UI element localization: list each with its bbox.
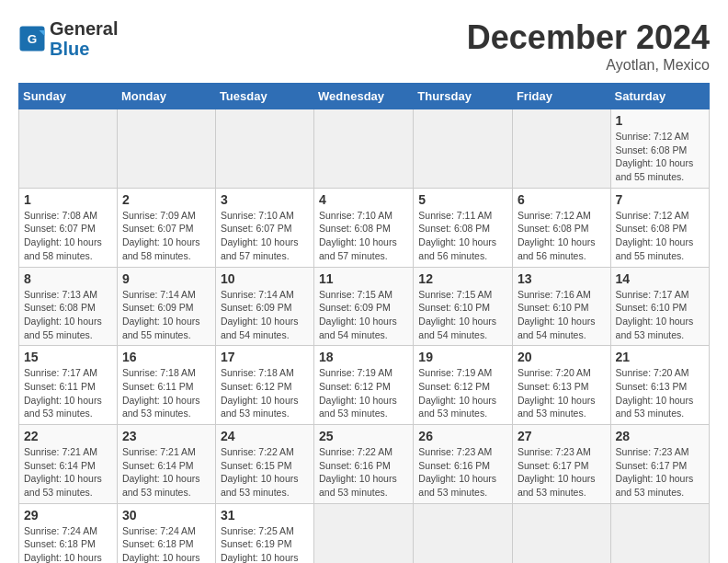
calendar-cell: 24Sunrise: 7:22 AMSunset: 6:15 PMDayligh… xyxy=(215,425,313,504)
cell-info: Sunrise: 7:23 AMSunset: 6:17 PMDaylight:… xyxy=(518,445,606,500)
cell-info: Sunrise: 7:10 AMSunset: 6:07 PMDaylight:… xyxy=(221,209,309,263)
weekday-header-saturday: Saturday xyxy=(610,84,709,109)
cell-info: Sunrise: 7:09 AMSunset: 6:07 PMDaylight:… xyxy=(122,209,210,263)
calendar-week-3: 8Sunrise: 7:13 AMSunset: 6:08 PMDaylight… xyxy=(19,267,710,346)
calendar-cell: 14Sunrise: 7:17 AMSunset: 6:10 PMDayligh… xyxy=(610,267,709,346)
calendar-cell: 1Sunrise: 7:12 AMSunset: 6:08 PMDaylight… xyxy=(610,109,709,189)
calendar-cell: 29Sunrise: 7:24 AMSunset: 6:18 PMDayligh… xyxy=(19,503,118,563)
calendar-cell: 17Sunrise: 7:18 AMSunset: 6:12 PMDayligh… xyxy=(215,346,313,425)
calendar-week-5: 22Sunrise: 7:21 AMSunset: 6:14 PMDayligh… xyxy=(19,425,710,504)
cell-info: Sunrise: 7:19 AMSunset: 6:12 PMDaylight:… xyxy=(418,366,507,420)
calendar-cell: 25Sunrise: 7:22 AMSunset: 6:16 PMDayligh… xyxy=(314,425,414,504)
cell-day-number: 10 xyxy=(221,271,309,286)
cell-day-number: 28 xyxy=(616,429,704,443)
calendar-cell xyxy=(414,503,513,563)
calendar-cell: 9Sunrise: 7:14 AMSunset: 6:09 PMDaylight… xyxy=(117,267,215,346)
calendar-header: SundayMondayTuesdayWednesdayThursdayFrid… xyxy=(19,84,710,109)
calendar-cell: 13Sunrise: 7:16 AMSunset: 6:10 PMDayligh… xyxy=(512,267,610,346)
cell-info: Sunrise: 7:10 AMSunset: 6:08 PMDaylight:… xyxy=(319,209,408,263)
cell-info: Sunrise: 7:18 AMSunset: 6:12 PMDaylight:… xyxy=(221,366,309,420)
calendar-cell xyxy=(19,109,118,189)
calendar-cell xyxy=(314,109,414,189)
cell-info: Sunrise: 7:15 AMSunset: 6:10 PMDaylight:… xyxy=(418,288,507,342)
calendar-cell: 22Sunrise: 7:21 AMSunset: 6:14 PMDayligh… xyxy=(19,425,118,504)
cell-day-number: 16 xyxy=(122,350,210,364)
logo: G General Blue xyxy=(18,18,118,59)
calendar-cell xyxy=(610,503,709,563)
calendar-week-1: 1Sunrise: 7:12 AMSunset: 6:08 PMDaylight… xyxy=(19,109,710,189)
cell-info: Sunrise: 7:14 AMSunset: 6:09 PMDaylight:… xyxy=(221,288,309,342)
calendar-cell: 20Sunrise: 7:20 AMSunset: 6:13 PMDayligh… xyxy=(512,346,610,425)
cell-info: Sunrise: 7:08 AMSunset: 6:07 PMDaylight:… xyxy=(24,209,112,263)
cell-info: Sunrise: 7:20 AMSunset: 6:13 PMDaylight:… xyxy=(518,366,606,420)
cell-day-number: 29 xyxy=(24,508,112,523)
weekday-header-sunday: Sunday xyxy=(19,84,118,109)
cell-info: Sunrise: 7:23 AMSunset: 6:16 PMDaylight:… xyxy=(418,445,507,500)
svg-text:G: G xyxy=(28,32,38,46)
cell-day-number: 15 xyxy=(24,350,112,364)
calendar-cell xyxy=(117,109,215,189)
weekday-header-friday: Friday xyxy=(512,84,610,109)
cell-day-number: 24 xyxy=(221,429,309,443)
cell-info: Sunrise: 7:17 AMSunset: 6:10 PMDaylight:… xyxy=(616,288,704,342)
cell-info: Sunrise: 7:23 AMSunset: 6:17 PMDaylight:… xyxy=(616,445,704,500)
calendar-subtitle: Ayotlan, Mexico xyxy=(467,57,710,74)
cell-day-number: 20 xyxy=(518,350,606,364)
cell-info: Sunrise: 7:21 AMSunset: 6:14 PMDaylight:… xyxy=(122,445,210,500)
logo-icon: G xyxy=(18,25,46,52)
calendar-body: 1Sunrise: 7:12 AMSunset: 6:08 PMDaylight… xyxy=(19,109,710,564)
cell-info: Sunrise: 7:22 AMSunset: 6:15 PMDaylight:… xyxy=(221,445,309,500)
cell-day-number: 31 xyxy=(221,508,309,523)
page-header: G General Blue December 2024 Ayotlan, Me… xyxy=(18,18,710,74)
calendar-cell: 11Sunrise: 7:15 AMSunset: 6:09 PMDayligh… xyxy=(314,267,414,346)
calendar-cell: 5Sunrise: 7:11 AMSunset: 6:08 PMDaylight… xyxy=(414,188,513,267)
calendar-cell: 30Sunrise: 7:24 AMSunset: 6:18 PMDayligh… xyxy=(117,503,215,563)
calendar-cell: 12Sunrise: 7:15 AMSunset: 6:10 PMDayligh… xyxy=(414,267,513,346)
weekday-header-thursday: Thursday xyxy=(414,84,513,109)
cell-info: Sunrise: 7:21 AMSunset: 6:14 PMDaylight:… xyxy=(24,445,112,500)
calendar-cell: 27Sunrise: 7:23 AMSunset: 6:17 PMDayligh… xyxy=(512,425,610,504)
calendar-cell: 1Sunrise: 7:08 AMSunset: 6:07 PMDaylight… xyxy=(19,188,118,267)
calendar-cell xyxy=(215,109,313,189)
calendar-week-4: 15Sunrise: 7:17 AMSunset: 6:11 PMDayligh… xyxy=(19,346,710,425)
calendar-week-2: 1Sunrise: 7:08 AMSunset: 6:07 PMDaylight… xyxy=(19,188,710,267)
calendar-cell xyxy=(512,109,610,189)
cell-day-number: 23 xyxy=(122,429,210,443)
cell-day-number: 12 xyxy=(418,271,507,286)
cell-info: Sunrise: 7:12 AMSunset: 6:08 PMDaylight:… xyxy=(518,209,606,263)
calendar-cell: 7Sunrise: 7:12 AMSunset: 6:08 PMDaylight… xyxy=(610,188,709,267)
calendar-cell: 8Sunrise: 7:13 AMSunset: 6:08 PMDaylight… xyxy=(19,267,118,346)
weekday-header-row: SundayMondayTuesdayWednesdayThursdayFrid… xyxy=(19,84,710,109)
cell-day-number: 30 xyxy=(122,508,210,523)
cell-info: Sunrise: 7:24 AMSunset: 6:18 PMDaylight:… xyxy=(24,524,112,563)
calendar-cell xyxy=(314,503,414,563)
calendar-cell: 28Sunrise: 7:23 AMSunset: 6:17 PMDayligh… xyxy=(610,425,709,504)
cell-day-number: 14 xyxy=(616,271,704,286)
weekday-header-tuesday: Tuesday xyxy=(215,84,313,109)
calendar-table: SundayMondayTuesdayWednesdayThursdayFrid… xyxy=(18,83,710,563)
cell-day-number: 17 xyxy=(221,350,309,364)
calendar-cell: 4Sunrise: 7:10 AMSunset: 6:08 PMDaylight… xyxy=(314,188,414,267)
calendar-cell: 19Sunrise: 7:19 AMSunset: 6:12 PMDayligh… xyxy=(414,346,513,425)
calendar-week-6: 29Sunrise: 7:24 AMSunset: 6:18 PMDayligh… xyxy=(19,503,710,563)
logo-text-line2: Blue xyxy=(50,39,118,59)
cell-info: Sunrise: 7:19 AMSunset: 6:12 PMDaylight:… xyxy=(319,366,408,420)
cell-day-number: 2 xyxy=(122,192,210,207)
cell-day-number: 11 xyxy=(319,271,408,286)
cell-day-number: 26 xyxy=(418,429,507,443)
calendar-title: December 2024 xyxy=(467,18,710,57)
cell-info: Sunrise: 7:25 AMSunset: 6:19 PMDaylight:… xyxy=(221,524,309,563)
cell-info: Sunrise: 7:15 AMSunset: 6:09 PMDaylight:… xyxy=(319,288,408,342)
cell-day-number: 8 xyxy=(24,271,112,286)
cell-day-number: 1 xyxy=(24,192,112,207)
cell-day-number: 18 xyxy=(319,350,408,364)
cell-day-number: 9 xyxy=(122,271,210,286)
calendar-cell xyxy=(512,503,610,563)
cell-day-number: 13 xyxy=(518,271,606,286)
cell-day-number: 22 xyxy=(24,429,112,443)
cell-info: Sunrise: 7:12 AMSunset: 6:08 PMDaylight:… xyxy=(616,209,704,263)
calendar-cell: 31Sunrise: 7:25 AMSunset: 6:19 PMDayligh… xyxy=(215,503,313,563)
calendar-cell: 2Sunrise: 7:09 AMSunset: 6:07 PMDaylight… xyxy=(117,188,215,267)
calendar-cell: 26Sunrise: 7:23 AMSunset: 6:16 PMDayligh… xyxy=(414,425,513,504)
calendar-cell: 3Sunrise: 7:10 AMSunset: 6:07 PMDaylight… xyxy=(215,188,313,267)
